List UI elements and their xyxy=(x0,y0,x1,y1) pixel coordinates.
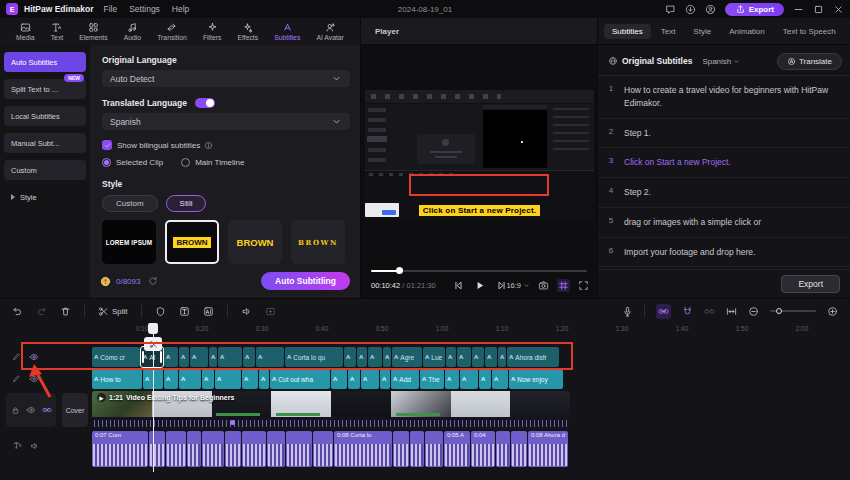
undo-button[interactable] xyxy=(12,306,23,317)
english-subtitle-clip[interactable]: A xyxy=(361,369,379,389)
spanish-subtitle-clip[interactable]: A xyxy=(179,347,189,367)
english-subtitle-clip[interactable]: A xyxy=(331,369,347,389)
lock-track-icon[interactable] xyxy=(11,406,20,415)
mute-track-icon[interactable] xyxy=(30,441,40,451)
spanish-subtitle-clip[interactable]: A xyxy=(190,347,208,367)
unlink-clips-button[interactable] xyxy=(704,306,715,317)
english-subtitle-clip[interactable]: A xyxy=(215,369,241,389)
spanish-subtitle-clip[interactable]: A xyxy=(357,347,367,367)
english-subtitle-clip[interactable]: ACut out wha xyxy=(270,369,330,389)
selected-clip-radio[interactable] xyxy=(102,158,111,167)
previous-frame-button[interactable] xyxy=(453,280,464,291)
style-pill-still[interactable]: Still xyxy=(166,195,207,212)
aspect-ratio-select[interactable]: 16:9 xyxy=(506,281,530,290)
spanish-subtitle-clip[interactable]: A xyxy=(485,347,497,367)
toolbar-item-elements[interactable]: Elements xyxy=(79,22,107,41)
spanish-subtitle-clip[interactable]: AAhora disfr xyxy=(507,347,559,367)
scrubber-knob[interactable] xyxy=(396,267,403,274)
subtitle-row[interactable]: 4Step 2. xyxy=(598,178,850,208)
translated-language-toggle[interactable] xyxy=(195,98,215,108)
export-button[interactable]: Export xyxy=(725,3,784,16)
english-subtitle-clip[interactable]: A xyxy=(164,369,178,389)
audio-clip[interactable]: 0:07 Com xyxy=(92,431,148,467)
spanish-subtitle-clip[interactable]: A xyxy=(446,347,456,367)
audio-clip[interactable] xyxy=(313,431,333,467)
english-subtitle-clip[interactable]: A xyxy=(479,369,491,389)
track-visibility-icon[interactable] xyxy=(29,374,39,384)
account-icon-button[interactable] xyxy=(705,4,716,15)
download-icon-button[interactable] xyxy=(685,4,696,15)
spanish-subtitle-clip[interactable]: A xyxy=(256,347,284,367)
audio-clip[interactable] xyxy=(149,431,165,467)
style-pill-custom[interactable]: Custom xyxy=(102,195,158,212)
bilingual-checkbox-row[interactable]: Show bilingual subtitles xyxy=(102,140,350,150)
audio-clip[interactable]: 0:08 Ahora d xyxy=(528,431,568,467)
keyframe-marker[interactable] xyxy=(230,420,235,425)
toolbar-item-subtitles[interactable]: Subtitles xyxy=(274,22,300,41)
fit-timeline-button[interactable] xyxy=(726,306,737,317)
player-scrubber[interactable] xyxy=(371,267,587,275)
audio-clip[interactable] xyxy=(242,431,266,467)
subtitle-row[interactable]: 3Click on Start a new Project. xyxy=(598,148,850,178)
style-preset-2[interactable]: BROWN xyxy=(165,220,219,264)
audio-clip[interactable] xyxy=(511,431,527,467)
audio-clip[interactable]: 0:05 A xyxy=(444,431,470,467)
tab-animation[interactable]: Animation xyxy=(721,24,773,39)
english-subtitle-clip[interactable]: AAdd xyxy=(391,369,419,389)
english-subtitle-clip[interactable]: A xyxy=(380,369,390,389)
sidebar-item-local-subtitles[interactable]: Local Subtitles xyxy=(4,106,86,126)
maximize-button[interactable] xyxy=(813,4,824,15)
redo-button[interactable] xyxy=(36,306,47,317)
original-language-select[interactable]: Auto Detect xyxy=(102,70,350,87)
edit-track-icon[interactable] xyxy=(12,374,21,384)
subtitle-row[interactable]: 5drag or images with a simple click or xyxy=(598,208,850,238)
tab-text-to-speech[interactable]: Text to Speech xyxy=(775,24,844,39)
track-visibility-icon[interactable] xyxy=(26,405,36,415)
play-button[interactable] xyxy=(475,280,486,291)
spanish-subtitle-clip[interactable]: A xyxy=(383,347,391,367)
spanish-subtitle-clip[interactable]: A xyxy=(498,347,506,367)
feedback-icon-button[interactable] xyxy=(665,4,676,15)
tts-track-icon[interactable] xyxy=(12,441,22,451)
tab-subtitles[interactable]: Subtitles xyxy=(604,24,651,39)
zoom-out-button[interactable] xyxy=(748,306,759,317)
subtitles-language-select[interactable]: Spanish xyxy=(702,57,740,66)
audio-clip[interactable] xyxy=(425,431,443,467)
spanish-subtitle-clip[interactable]: A xyxy=(218,347,242,367)
spanish-subtitle-clip[interactable]: A xyxy=(472,347,484,367)
style-preset-4[interactable]: BROWN xyxy=(291,220,345,264)
sidebar-item-manual-subt-[interactable]: Manual Subt... xyxy=(4,133,86,153)
english-subtitle-clip[interactable]: A xyxy=(242,369,258,389)
toolbar-item-effects[interactable]: Effects xyxy=(237,22,258,41)
toolbar-item-audio[interactable]: Audio xyxy=(124,22,141,41)
translated-language-select[interactable]: Spanish xyxy=(102,113,350,130)
english-subtitle-clip[interactable]: A xyxy=(460,369,478,389)
english-subtitle-clip[interactable]: A xyxy=(259,369,269,389)
audio-clip[interactable] xyxy=(225,431,241,467)
next-frame-button[interactable] xyxy=(497,280,508,291)
audio-clip[interactable] xyxy=(393,431,409,467)
english-subtitle-clip[interactable]: AHow to xyxy=(92,369,142,389)
bilingual-checkbox[interactable] xyxy=(102,140,112,150)
audio-clip[interactable] xyxy=(267,431,285,467)
english-subtitle-clip[interactable]: ANow enjoy xyxy=(509,369,563,389)
toolbar-item-text[interactable]: Text xyxy=(51,22,63,41)
spanish-subtitle-clip[interactable]: A xyxy=(344,347,356,367)
translate-button[interactable]: Translate xyxy=(777,53,842,70)
minimize-button[interactable] xyxy=(793,4,804,15)
sidebar-item-auto-subtitles[interactable]: Auto Subtitles xyxy=(4,52,86,72)
sidebar-item-style[interactable]: Style xyxy=(4,187,86,207)
add-text-button[interactable] xyxy=(179,306,190,317)
english-subtitle-clip[interactable]: AThe xyxy=(420,369,444,389)
style-preset-3[interactable]: BROWN xyxy=(228,220,282,264)
spanish-subtitle-clip[interactable]: A xyxy=(243,347,255,367)
sidebar-item-split-text-to-[interactable]: Split Text to ...NEW xyxy=(4,79,86,99)
audio-clip[interactable]: 0:04 xyxy=(471,431,495,467)
subtitles-export-button[interactable]: Export xyxy=(781,275,840,293)
sidebar-item-custom[interactable]: Custom xyxy=(4,160,86,180)
spanish-subtitle-clip[interactable]: ACorta lo qu xyxy=(285,347,343,367)
zoom-in-button[interactable] xyxy=(827,306,838,317)
menu-help[interactable]: Help xyxy=(172,4,189,14)
grid-toggle-button[interactable] xyxy=(557,279,570,292)
spanish-subtitle-clip[interactable]: ALue xyxy=(423,347,445,367)
